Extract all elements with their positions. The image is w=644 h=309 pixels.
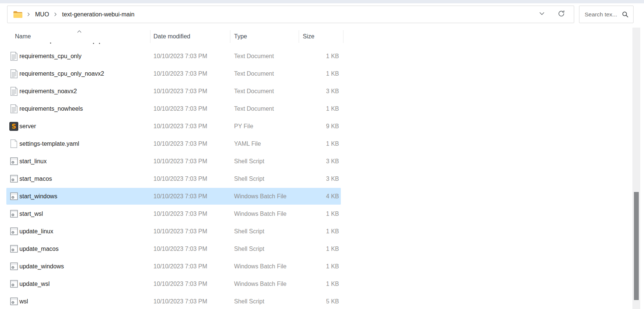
chevron-down-icon — [539, 10, 545, 18]
file-type: Windows Batch File — [234, 205, 287, 223]
file-name: start_linux — [19, 152, 47, 170]
text-document-file-icon — [9, 82, 19, 100]
file-size: 1 KB — [291, 135, 339, 152]
file-size: 1 KB — [291, 223, 339, 240]
file-type: Shell Script — [234, 223, 264, 240]
svg-text:S: S — [12, 123, 16, 130]
file-row[interactable]: start_linux 10/10/2023 7:03 PM Shell Scr… — [0, 152, 631, 170]
breadcrumb-item-current-folder[interactable]: text-generation-webui-main — [59, 11, 138, 18]
file-date: 10/10/2023 7:03 PM — [153, 117, 207, 135]
file-name: update_linux — [19, 223, 53, 240]
script-file-icon — [9, 187, 19, 205]
file-type: Text Document — [234, 65, 274, 82]
script-file-icon — [9, 293, 19, 309]
column-divider[interactable] — [150, 30, 150, 43]
file-date: 10/10/2023 7:03 PM — [153, 170, 207, 187]
file-size: 1 KB — [291, 240, 339, 258]
file-row[interactable]: update_linux 10/10/2023 7:03 PM Shell Sc… — [0, 223, 631, 240]
file-name: requirements_cpu_only — [19, 47, 81, 65]
column-header-name[interactable]: Name — [15, 29, 31, 44]
script-file-icon — [9, 223, 19, 240]
column-divider[interactable] — [299, 30, 299, 43]
file-name: server — [19, 117, 36, 135]
file-name: requirements_nowheels — [19, 100, 83, 117]
file-row[interactable]: update_wsl 10/10/2023 7:03 PM Windows Ba… — [0, 275, 631, 293]
file-name: requirements_cpu_only_noavx2 — [19, 65, 104, 82]
sublime-file-icon: S — [9, 117, 19, 135]
column-divider[interactable] — [343, 30, 343, 43]
file-date: 10/10/2023 7:03 PM — [153, 205, 207, 223]
clipped-row-remnant — [99, 43, 100, 44]
file-row[interactable]: update_macos 10/10/2023 7:03 PM Shell Sc… — [0, 240, 631, 258]
column-header-type[interactable]: Type — [234, 29, 247, 44]
file-row[interactable]: start_wsl 10/10/2023 7:03 PM Windows Bat… — [0, 205, 631, 223]
file-date: 10/10/2023 7:03 PM — [153, 187, 207, 205]
script-file-icon — [9, 152, 19, 170]
file-date: 10/10/2023 7:03 PM — [153, 100, 207, 117]
file-size: 3 KB — [291, 82, 339, 100]
breadcrumb-chevron-icon — [53, 12, 58, 17]
file-date: 10/10/2023 7:03 PM — [153, 240, 207, 258]
file-date: 10/10/2023 7:03 PM — [153, 258, 207, 275]
file-type: Text Document — [234, 82, 274, 100]
file-explorer-window: MUO text-generation-webui-main — [0, 0, 644, 309]
file-row[interactable]: S server 10/10/2023 7:03 PM PY File 9 KB — [0, 117, 631, 135]
file-size: 1 KB — [291, 275, 339, 293]
file-row[interactable]: requirements_noavx2 10/10/2023 7:03 PM T… — [0, 82, 631, 100]
magnifier-icon[interactable] — [622, 11, 629, 18]
file-row[interactable]: requirements_cpu_only 10/10/2023 7:03 PM… — [0, 47, 631, 65]
script-file-icon — [9, 275, 19, 293]
file-size: 3 KB — [291, 152, 339, 170]
file-row[interactable]: requirements_cpu_only_noavx2 10/10/2023 … — [0, 65, 631, 82]
column-header-row: Name Date modified Type Size — [0, 29, 631, 44]
address-bar[interactable]: MUO text-generation-webui-main — [7, 6, 574, 23]
file-size: 9 KB — [291, 117, 339, 135]
script-file-icon — [9, 170, 19, 187]
breadcrumb-chevron-icon — [26, 12, 31, 17]
column-header-date-modified[interactable]: Date modified — [153, 29, 190, 44]
file-row[interactable]: start_windows 10/10/2023 7:03 PM Windows… — [0, 187, 631, 205]
file-size: 1 KB — [291, 205, 339, 223]
file-type: Text Document — [234, 100, 274, 117]
file-row[interactable]: start_macos 10/10/2023 7:03 PM Shell Scr… — [0, 170, 631, 187]
file-date: 10/10/2023 7:03 PM — [153, 65, 207, 82]
file-date: 10/10/2023 7:03 PM — [153, 152, 207, 170]
file-name: requirements_noavx2 — [19, 82, 77, 100]
breadcrumb-item-muo[interactable]: MUO — [32, 11, 52, 18]
text-document-file-icon — [9, 100, 19, 117]
sort-ascending-icon — [77, 28, 82, 35]
file-date: 10/10/2023 7:03 PM — [153, 293, 207, 309]
file-name: update_wsl — [19, 275, 50, 293]
scrollbar-track[interactable] — [632, 28, 640, 309]
search-input[interactable] — [585, 11, 619, 18]
file-size: 1 KB — [291, 65, 339, 82]
file-name: start_windows — [19, 187, 57, 205]
script-file-icon — [9, 258, 19, 275]
column-header-size[interactable]: Size — [303, 29, 314, 44]
window-top-strip — [0, 0, 644, 3]
file-type: Shell Script — [234, 170, 264, 187]
file-name: start_macos — [19, 170, 52, 187]
file-size: 1 KB — [291, 47, 339, 65]
file-list: requirements_cpu_only 10/10/2023 7:03 PM… — [0, 45, 631, 309]
file-size: 1 KB — [291, 100, 339, 117]
file-row[interactable]: settings-template.yaml 10/10/2023 7:03 P… — [0, 135, 631, 152]
file-row[interactable]: requirements_nowheels 10/10/2023 7:03 PM… — [0, 100, 631, 117]
file-date: 10/10/2023 7:03 PM — [153, 223, 207, 240]
search-box[interactable] — [579, 6, 634, 23]
text-document-file-icon — [9, 65, 19, 82]
file-name: update_macos — [19, 240, 59, 258]
file-type: Shell Script — [234, 152, 264, 170]
address-dropdown-button[interactable] — [535, 8, 548, 21]
refresh-button[interactable] — [554, 8, 568, 21]
file-row[interactable]: update_windows 10/10/2023 7:03 PM Window… — [0, 258, 631, 275]
column-divider[interactable] — [230, 30, 230, 43]
file-type: PY File — [234, 117, 253, 135]
file-row[interactable]: wsl 10/10/2023 7:03 PM Shell Script 5 KB — [0, 293, 631, 309]
folder-icon — [13, 10, 23, 19]
scrollbar-thumb[interactable] — [634, 192, 639, 300]
clipped-row-remnant — [93, 43, 94, 44]
file-type: YAML File — [234, 135, 261, 152]
file-date: 10/10/2023 7:03 PM — [153, 82, 207, 100]
file-type: Windows Batch File — [234, 187, 287, 205]
